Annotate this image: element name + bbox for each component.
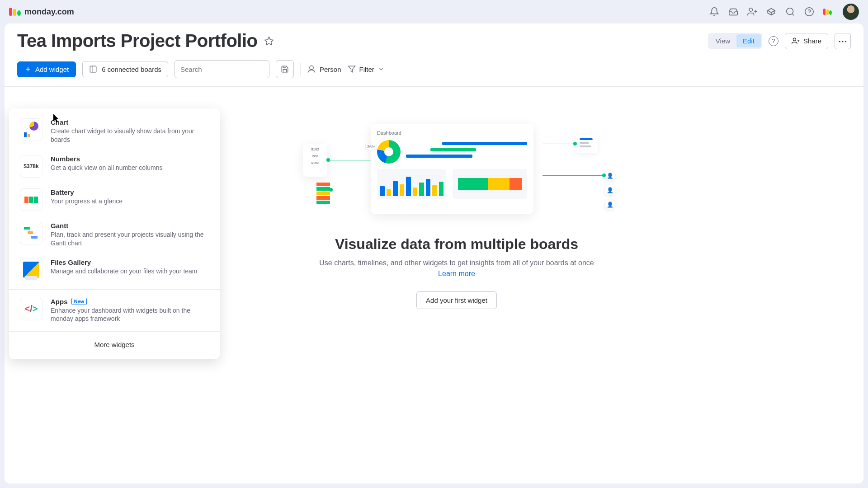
svg-point-8 — [793, 38, 796, 41]
empty-state-subtitle: Use charts, timelines, and other widgets… — [319, 259, 594, 267]
widget-name: Numbers — [51, 155, 209, 163]
widget-option-gantt[interactable]: Gantt Plan, track and present your proje… — [9, 216, 220, 253]
widget-desc: Get a quick view on all number columns — [51, 164, 209, 172]
widget-desc: Enhance your dashboard with widgets buil… — [51, 306, 209, 324]
svg-line-4 — [792, 14, 794, 15]
person-filter[interactable]: Person — [307, 65, 341, 74]
widget-desc: Manage and collaborate on your files wit… — [51, 267, 209, 276]
page-title: Tea Imports Project Portfolio — [17, 31, 258, 51]
search-field[interactable] — [175, 60, 269, 78]
widget-desc: Create chart widget to visually show dat… — [51, 127, 209, 144]
svg-rect-13 — [90, 66, 96, 72]
filter-button[interactable]: Filter — [348, 65, 384, 73]
widget-desc: Plan, track and present your projects vi… — [51, 230, 209, 248]
plus-icon — [24, 66, 32, 73]
widget-name: Chart — [51, 118, 209, 126]
more-widgets-button[interactable]: More widgets — [9, 334, 220, 355]
widget-option-battery[interactable]: Battery Your progress at a glance — [9, 183, 220, 216]
files-thumb-icon — [20, 258, 42, 281]
numbers-thumb-icon: $378k — [20, 155, 42, 178]
widget-name: Files Gallery — [51, 258, 209, 266]
chevron-down-icon — [378, 66, 384, 72]
more-menu-button[interactable]: ⋯ — [835, 33, 851, 49]
apps-thumb-icon: </> — [20, 298, 42, 320]
main-panel: Tea Imports Project Portfolio View Edit … — [5, 23, 863, 483]
dashboard-illustration: $102 200 $152 Dashboard 35% — [298, 118, 615, 218]
view-mode-button[interactable]: View — [709, 34, 736, 47]
filter-icon — [348, 65, 356, 73]
widget-option-apps[interactable]: </> Apps New Enhance your dashboard with… — [9, 292, 220, 329]
person-icon — [307, 65, 316, 74]
learn-more-link[interactable]: Learn more — [438, 270, 475, 278]
svg-marker-18 — [348, 66, 355, 72]
widget-option-numbers[interactable]: $378k Numbers Get a quick view on all nu… — [9, 150, 220, 183]
view-edit-toggle: View Edit — [708, 33, 762, 49]
widget-option-chart[interactable]: Chart Create chart widget to visually sh… — [9, 113, 220, 150]
help-circle-icon[interactable]: ? — [769, 36, 778, 46]
share-button[interactable]: Share — [785, 33, 828, 49]
widget-name: Battery — [51, 188, 209, 196]
add-first-widget-button[interactable]: Add your first widget — [416, 291, 497, 309]
widget-name: Apps New — [51, 298, 209, 305]
widget-name: Gantt — [51, 222, 209, 230]
logo-icon — [9, 8, 21, 16]
widget-option-files[interactable]: Files Gallery Manage and collaborate on … — [9, 253, 220, 286]
connected-boards-button[interactable]: 6 connected boards — [82, 61, 168, 77]
svg-point-3 — [787, 8, 793, 15]
empty-state-title: Visualize data from multiple boards — [335, 236, 578, 253]
brand-logo[interactable]: monday.com — [9, 7, 74, 17]
new-badge: New — [71, 298, 87, 305]
svg-point-0 — [749, 8, 752, 11]
search-input[interactable] — [180, 66, 266, 73]
product-switcher-icon[interactable] — [823, 9, 832, 15]
favorite-star-icon[interactable] — [264, 36, 274, 46]
menu-divider — [9, 331, 220, 332]
connected-boards-label: 6 connected boards — [102, 66, 161, 73]
edit-mode-button[interactable]: Edit — [736, 34, 761, 47]
toolbar: Add widget 6 connected boards Person Fil… — [5, 56, 863, 87]
menu-divider — [9, 289, 220, 290]
help-icon[interactable] — [804, 7, 814, 17]
toolbar-divider — [300, 63, 301, 75]
save-icon-button[interactable] — [276, 60, 294, 78]
battery-thumb-icon — [20, 188, 42, 211]
brand-name: monday.com — [24, 7, 74, 17]
svg-marker-7 — [264, 37, 273, 44]
apps-icon[interactable] — [766, 7, 776, 17]
chart-thumb-icon — [20, 118, 42, 141]
share-label: Share — [803, 37, 821, 45]
svg-point-5 — [805, 8, 813, 16]
add-widget-menu: Chart Create chart widget to visually sh… — [9, 108, 220, 359]
add-widget-button[interactable]: Add widget — [17, 61, 76, 77]
share-icon — [792, 37, 800, 45]
topbar-actions — [709, 4, 859, 20]
inbox-icon[interactable] — [728, 7, 738, 17]
person-label: Person — [320, 66, 341, 73]
board-icon — [89, 65, 97, 73]
invite-icon[interactable] — [747, 7, 757, 17]
add-widget-label: Add widget — [35, 66, 69, 73]
bell-icon[interactable] — [709, 7, 719, 17]
page-header: Tea Imports Project Portfolio View Edit … — [5, 23, 863, 56]
top-bar: monday.com — [0, 0, 868, 23]
svg-point-17 — [310, 66, 313, 70]
widget-desc: Your progress at a glance — [51, 197, 209, 206]
avatar[interactable] — [843, 4, 859, 20]
search-icon[interactable] — [785, 7, 795, 17]
filter-label: Filter — [359, 66, 374, 73]
gantt-thumb-icon — [20, 222, 42, 244]
